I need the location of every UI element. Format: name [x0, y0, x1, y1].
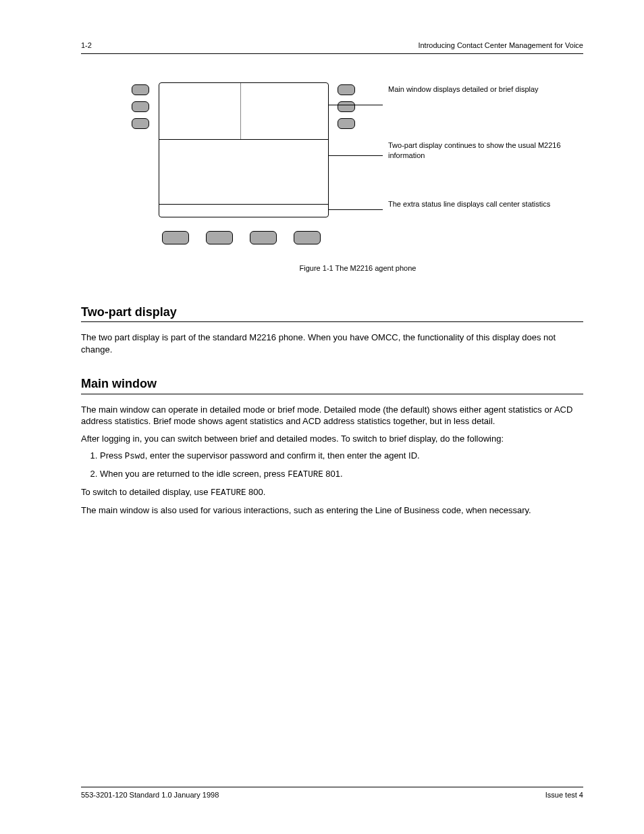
left-key-1 [132, 84, 149, 95]
p3-pre: To switch to detailed display, use [81, 487, 211, 497]
step-1: Press Pswd, enter the supervisor passwor… [100, 450, 583, 463]
screen-divider-lower [159, 204, 328, 205]
page-footer: 553-3201-120 Standard 1.0 January 1998 I… [81, 787, 583, 800]
heading-rule-1 [81, 321, 583, 322]
soft-key-4 [294, 231, 321, 244]
heading-two-part-display: Two-part display [81, 304, 583, 320]
right-key-2 [338, 101, 355, 112]
lead-line-2 [329, 155, 383, 156]
feature-key-label-2: FEATURE [211, 488, 246, 498]
step-2-pre: When you are returned to the idle screen… [100, 469, 288, 479]
pswd-key-label: Pswd [125, 452, 145, 461]
header-rule [81, 53, 583, 54]
figure-caption: Figure 1-1 The M2216 agent phone [122, 263, 594, 273]
main-window-paragraph-1: The main window can operate in detailed … [81, 404, 583, 427]
right-key-1 [338, 84, 355, 95]
soft-key-3 [250, 231, 277, 244]
two-part-display-paragraph: The two part display is part of the stan… [81, 332, 583, 355]
left-key-2 [132, 101, 149, 112]
lead-line-1 [329, 105, 383, 105]
left-key-3 [132, 118, 149, 129]
step-2-post: 801. [323, 469, 343, 479]
callout-status-line: The extra status line displays call cent… [388, 199, 570, 209]
main-window-paragraph-3: To switch to detailed display, use FEATU… [81, 486, 583, 499]
callout-main-window: Main window displays detailed or brief d… [388, 84, 570, 95]
footer-docref: 553-3201-120 Standard 1.0 January 1998 [81, 791, 219, 799]
heading-rule-2 [81, 394, 583, 394]
phone-diagram: Main window displays detailed or brief d… [122, 74, 594, 284]
main-window-paragraph-2: After logging in, you can switch between… [81, 433, 583, 445]
chapter-title: Introducing Contact Center Management fo… [418, 41, 583, 51]
callout-two-part: Two-part display continues to show the u… [388, 140, 570, 161]
main-window-paragraph-4: The main window is also used for various… [81, 504, 583, 517]
screen-divider-vertical [240, 83, 241, 139]
switch-mode-steps: Press Pswd, enter the supervisor passwor… [81, 450, 583, 481]
screen-divider-upper [159, 139, 328, 140]
page-header: 1-2 Introducing Contact Center Managemen… [81, 41, 583, 51]
soft-key-1 [162, 231, 189, 244]
step-1-post: , enter the supervisor password and conf… [145, 450, 420, 461]
feature-key-label-1: FEATURE [288, 470, 323, 479]
heading-main-window: Main window [81, 375, 583, 392]
phone-screen [159, 82, 329, 217]
step-1-pre: Press [100, 450, 125, 461]
lead-line-3 [329, 209, 383, 210]
step-2: When you are returned to the idle screen… [100, 468, 583, 481]
footer-issue: Issue test 4 [545, 790, 583, 800]
right-key-3 [338, 118, 355, 129]
p3-post: 800. [246, 487, 266, 497]
page-number: 1-2 [81, 41, 92, 51]
footer-rule [81, 787, 583, 787]
soft-key-2 [206, 231, 233, 244]
